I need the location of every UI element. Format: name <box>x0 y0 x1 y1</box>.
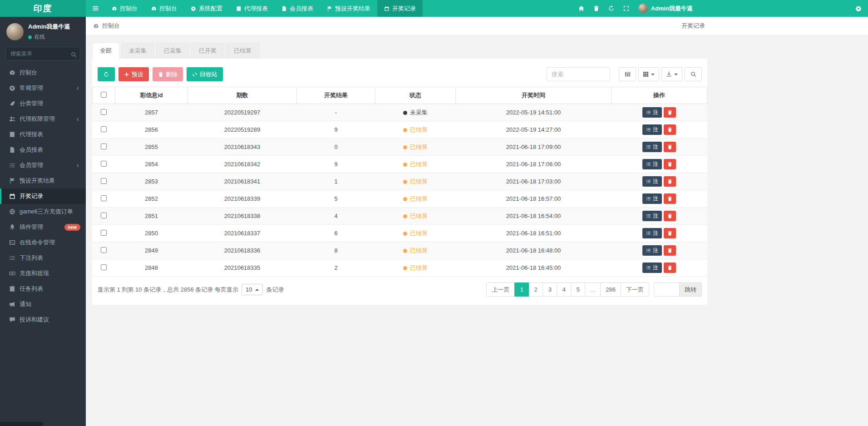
sidebar-item-13[interactable]: 充值和提现 <box>0 266 86 281</box>
table-search-input[interactable] <box>547 67 610 81</box>
row-checkbox[interactable] <box>101 213 107 218</box>
topnav-item-3[interactable]: 代理报表 <box>229 0 275 17</box>
delete-row-button[interactable] <box>664 228 676 238</box>
row-checkbox[interactable] <box>101 144 107 149</box>
page-button-3[interactable]: 3 <box>542 282 557 297</box>
row-checkbox[interactable] <box>101 161 107 167</box>
note-button[interactable]: 注 <box>642 228 662 238</box>
column-header-1[interactable]: 期数 <box>188 87 297 104</box>
note-button[interactable]: 注 <box>642 263 662 273</box>
sidebar-item-6[interactable]: 会员管理‹ <box>0 158 86 173</box>
sidebar-item-5[interactable]: 会员报表 <box>0 142 86 158</box>
sidebar-item-7[interactable]: 预设开奖结果 <box>0 173 86 188</box>
topnav-item-0[interactable]: 控制台 <box>105 0 144 17</box>
column-header-2[interactable]: 开奖结果 <box>297 87 375 104</box>
note-button[interactable]: 注 <box>642 176 662 187</box>
jump-page-input[interactable] <box>654 282 680 297</box>
recycle-button[interactable]: 回收站 <box>187 67 223 81</box>
delete-row-button[interactable] <box>664 245 676 256</box>
breadcrumb-dashboard-link[interactable]: 控制台 <box>93 22 120 30</box>
row-checkbox[interactable] <box>101 195 107 201</box>
delete-row-button[interactable] <box>664 263 676 273</box>
row-checkbox[interactable] <box>101 126 107 132</box>
prev-button[interactable]: 上一页 <box>486 282 515 297</box>
home-icon <box>578 5 584 11</box>
note-button[interactable]: 注 <box>642 193 662 204</box>
topbar-refresh-button[interactable] <box>604 0 619 17</box>
cell-status: 已结算 <box>375 156 456 173</box>
select-all-checkbox[interactable] <box>101 92 107 98</box>
search-toggle-button[interactable] <box>685 67 702 81</box>
sidebar-item-2[interactable]: 分类管理 <box>0 96 86 111</box>
page-size-select[interactable]: 10 <box>242 284 263 295</box>
delete-row-button[interactable] <box>664 176 676 187</box>
toggle-view-button[interactable] <box>619 67 636 81</box>
note-button[interactable]: 注 <box>642 124 662 135</box>
note-button[interactable]: 注 <box>642 142 662 152</box>
delete-row-button[interactable] <box>664 159 676 169</box>
sidebar-profile[interactable]: Admin我最牛逼 在线 <box>0 17 86 46</box>
settings-gear-button[interactable] <box>853 0 864 17</box>
page-button-5[interactable]: 5 <box>571 282 585 297</box>
sidebar-item-4[interactable]: 代理报表 <box>0 127 86 142</box>
sidebar-item-12[interactable]: 下注列表 <box>0 250 86 266</box>
row-checkbox[interactable] <box>101 247 107 253</box>
topbar-trash-button[interactable] <box>589 0 604 17</box>
sidebar-item-3[interactable]: 代理权限管理‹ <box>0 111 86 127</box>
sidebar-item-16[interactable]: 投诉和建议 <box>0 312 86 327</box>
refresh-button[interactable] <box>98 67 115 81</box>
column-header-0[interactable]: 彩信息id <box>115 87 188 104</box>
note-button[interactable]: 注 <box>642 245 662 256</box>
next-button[interactable]: 下一页 <box>621 282 649 297</box>
topnav-item-1[interactable]: 控制台 <box>144 0 184 17</box>
topbar-expand-button[interactable] <box>619 0 634 17</box>
topbar-home-button[interactable] <box>574 0 589 17</box>
sidebar-item-11[interactable]: 在线命令管理 <box>0 235 86 250</box>
preset-button[interactable]: 预设 <box>118 67 149 81</box>
tab-1[interactable]: 未采集 <box>121 43 154 59</box>
column-header-4[interactable]: 开奖时间 <box>456 87 612 104</box>
topnav-item-2[interactable]: 系统配置 <box>184 0 229 17</box>
export-dropdown-button[interactable] <box>661 67 682 81</box>
note-button[interactable]: 注 <box>642 159 662 169</box>
jump-button[interactable]: 跳转 <box>680 282 702 297</box>
row-checkbox[interactable] <box>101 230 107 236</box>
note-button[interactable]: 注 <box>642 211 662 221</box>
delete-row-button[interactable] <box>664 107 676 118</box>
menu-search-input[interactable] <box>5 47 80 60</box>
delete-button[interactable]: 删除 <box>153 67 183 81</box>
delete-row-button[interactable] <box>664 124 676 135</box>
sidebar-item-0[interactable]: 控制台 <box>0 65 86 80</box>
sidebar-item-9[interactable]: game6三方充值订单 <box>0 204 86 219</box>
page-button-1[interactable]: 1 <box>514 282 529 297</box>
row-checkbox[interactable] <box>101 178 107 184</box>
delete-row-button[interactable] <box>664 193 676 204</box>
column-header-3[interactable]: 状态 <box>375 87 456 104</box>
topnav-item-4[interactable]: 会员报表 <box>275 0 320 17</box>
delete-row-button[interactable] <box>664 142 676 152</box>
topnav-item-5[interactable]: 预设开奖结果 <box>320 0 377 17</box>
delete-row-button[interactable] <box>664 211 676 221</box>
user-menu[interactable]: Admin我最牛逼 <box>634 4 697 13</box>
sidebar-toggle-button[interactable] <box>86 0 105 17</box>
page-button-4[interactable]: 4 <box>557 282 571 297</box>
row-checkbox[interactable] <box>101 109 107 115</box>
topnav-item-6[interactable]: 开奖记录 <box>377 0 423 17</box>
row-checkbox[interactable] <box>101 264 107 270</box>
column-header-5[interactable]: 操作 <box>612 87 707 104</box>
sidebar-item-15[interactable]: 通知 <box>0 297 86 312</box>
sidebar-item-10[interactable]: 插件管理new <box>0 219 86 235</box>
sidebar-item-14[interactable]: 任务列表 <box>0 281 86 297</box>
cell-result: 5 <box>297 190 375 208</box>
tab-4[interactable]: 已结算 <box>226 43 259 59</box>
tab-0[interactable]: 全部 <box>92 43 119 59</box>
note-button[interactable]: 注 <box>642 107 662 118</box>
app-logo[interactable]: 印度 <box>0 0 86 17</box>
sidebar-item-1[interactable]: 常规管理‹ <box>0 80 86 96</box>
page-button-286[interactable]: 286 <box>600 282 621 297</box>
tab-2[interactable]: 已采集 <box>156 43 189 59</box>
sidebar-item-8[interactable]: 开奖记录 <box>0 188 86 204</box>
page-button-2[interactable]: 2 <box>528 282 543 297</box>
columns-dropdown-button[interactable] <box>638 67 659 81</box>
tab-3[interactable]: 已开奖 <box>191 43 224 59</box>
